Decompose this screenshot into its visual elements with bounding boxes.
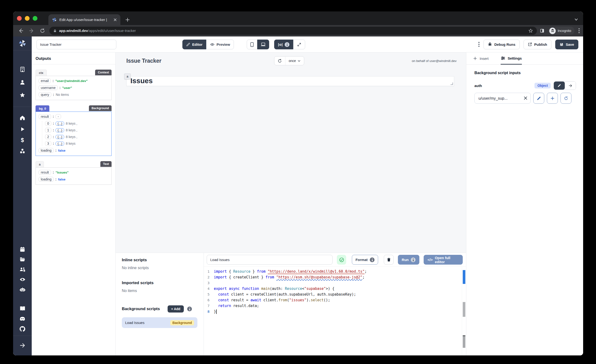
refresh-mode-dropdown[interactable]: once [285, 57, 304, 65]
discord-icon[interactable] [19, 315, 26, 322]
incognito-badge[interactable]: Incognito [548, 27, 574, 35]
output-row[interactable]: result: "Issues" [39, 170, 108, 175]
audit-eye-icon[interactable] [19, 276, 26, 283]
back-icon[interactable] [18, 28, 24, 34]
code-line[interactable]: 4export async function main(auth: Resour… [204, 286, 462, 291]
object-expander[interactable]: {...} [56, 135, 64, 139]
home-icon[interactable] [19, 114, 25, 121]
editor-scrollbar[interactable] [462, 267, 466, 356]
new-tab-button[interactable] [125, 17, 130, 23]
format-button[interactable]: Format [352, 255, 378, 265]
chrome-menu-kebab-icon[interactable] [578, 28, 580, 33]
output-card-ctx[interactable]: ctx Context email: "user@windmill.dev" u… [36, 70, 112, 100]
output-array-row[interactable]: 3: {...} 8 keys [45, 141, 108, 146]
close-window-button[interactable] [17, 16, 22, 21]
schedules-calendar-icon[interactable] [19, 246, 25, 253]
code-line[interactable]: 5 const client = createClient(auth.supab… [204, 291, 462, 297]
code-line[interactable]: 6 const result = await client.from("issu… [204, 297, 462, 303]
output-row[interactable]: loading: false [39, 177, 108, 182]
resize-handle[interactable] [451, 82, 453, 85]
url-omnibox[interactable]: app.windmill.dev/apps/edit/u/user/issue-… [49, 27, 537, 35]
scrollbar-thumb[interactable] [463, 335, 465, 348]
tab-insert[interactable]: Insert [473, 52, 489, 64]
tab-close-icon[interactable] [113, 18, 117, 22]
groups-icon[interactable] [19, 266, 26, 273]
component-id-tab[interactable]: a [36, 161, 44, 167]
refresh-resource-button[interactable] [560, 93, 571, 104]
app-name-input[interactable] [37, 40, 116, 49]
browser-tab[interactable]: Edit App u/user/issue-tracker | [48, 14, 120, 25]
code-line[interactable]: 7 return result.data; [204, 303, 462, 309]
code-line[interactable]: 2import { createClient } from "https://e… [204, 274, 462, 280]
output-array-row[interactable]: 1: {...} 8 keys , [45, 128, 108, 133]
output-array-row[interactable]: 2: {...} 8 keys , [45, 134, 108, 139]
run-button[interactable]: Run [398, 255, 419, 265]
resource-path-input[interactable] [474, 93, 531, 104]
output-row[interactable]: email: "user@windmill.dev" [39, 78, 108, 83]
user-icon[interactable] [19, 79, 25, 86]
code-line[interactable]: 3 [204, 280, 462, 286]
code-line[interactable]: 1import { Resource } from "https://deno.… [204, 269, 462, 274]
scrollbar-thumb[interactable] [463, 302, 465, 317]
windmill-logo[interactable] [13, 37, 32, 50]
runs-play-icon[interactable] [20, 126, 25, 133]
expand-sidebar-arrow-icon[interactable] [19, 342, 25, 349]
variables-dollar-icon[interactable]: $ [21, 137, 24, 143]
component-tag[interactable]: a [124, 74, 131, 79]
resources-cubes-icon[interactable] [19, 148, 25, 155]
component-id-tab[interactable]: ctx [36, 70, 47, 76]
bookmark-star-icon[interactable] [528, 28, 533, 33]
output-row[interactable]: query: No items [39, 92, 108, 97]
component-id-tab[interactable]: bg_0 [36, 105, 49, 111]
save-button[interactable]: Save [555, 40, 578, 49]
fullscreen-toggle-button[interactable] [293, 40, 305, 49]
code-lines[interactable]: 1import { Resource } from "https://deno.… [204, 267, 462, 356]
add-resource-button[interactable] [547, 93, 558, 104]
connect-mode-button[interactable] [565, 82, 576, 90]
output-card-bg0[interactable]: bg_0 Background result: - 0: {...} [36, 105, 112, 156]
text-component[interactable]: a Issues [126, 76, 454, 86]
object-expander[interactable]: {...} [56, 128, 64, 132]
output-row[interactable]: loading: false [39, 148, 108, 153]
code-editor[interactable]: 1import { Resource } from "https://deno.… [204, 267, 466, 356]
debug-runs-button[interactable]: Debug Runs [484, 40, 520, 49]
side-panel-icon[interactable] [540, 28, 544, 33]
tab-search-chevron-icon[interactable] [574, 17, 578, 22]
more-options-kebab-icon[interactable] [478, 41, 480, 47]
edit-resource-button[interactable] [533, 93, 544, 104]
output-card-a[interactable]: a Text result: "Issues" loading: false [36, 161, 112, 185]
folders-icon[interactable] [19, 256, 25, 263]
refresh-button[interactable] [274, 57, 285, 65]
code-line[interactable]: 8} [204, 309, 462, 314]
script-name-input[interactable] [207, 255, 333, 265]
add-background-script-button[interactable]: + Add [168, 305, 184, 312]
output-array-row[interactable]: 0: {...} 8 keys , [45, 121, 108, 126]
background-script-item[interactable]: Load Issues Background [122, 317, 197, 328]
open-full-editor-button[interactable]: </> Open full editor [424, 255, 463, 265]
publish-button[interactable]: Publish [523, 40, 551, 49]
zoom-window-button[interactable] [33, 16, 37, 21]
output-row[interactable]: username: "user" [39, 85, 108, 90]
info-icon[interactable] [187, 306, 192, 311]
mobile-view-button[interactable] [247, 40, 257, 49]
app-canvas[interactable]: Issue Tracker once on behalf of user@win… [116, 52, 466, 253]
editor-mode-button[interactable]: Editor [182, 40, 206, 49]
forward-icon[interactable] [29, 28, 35, 34]
object-expander[interactable]: {...} [56, 141, 64, 146]
desktop-view-button[interactable] [257, 40, 269, 49]
object-expander[interactable]: {...} [56, 122, 64, 126]
clear-resource-icon[interactable] [523, 96, 528, 100]
reload-icon[interactable] [40, 28, 45, 33]
static-edit-mode-button[interactable] [554, 82, 565, 90]
workspace-building-icon[interactable] [19, 66, 25, 73]
minimize-window-button[interactable] [25, 16, 30, 21]
favorites-star-icon[interactable] [19, 92, 25, 98]
docs-book-icon[interactable] [19, 305, 26, 312]
tab-settings[interactable]: Settings [501, 52, 522, 65]
preview-mode-button[interactable]: Preview [206, 40, 234, 49]
delete-script-button[interactable] [384, 255, 394, 265]
github-icon[interactable] [19, 326, 26, 332]
outputs-panel-toggle-button[interactable]: |o| [274, 40, 293, 49]
output-row[interactable]: result: - [39, 114, 108, 119]
workers-robot-icon[interactable] [19, 286, 26, 293]
